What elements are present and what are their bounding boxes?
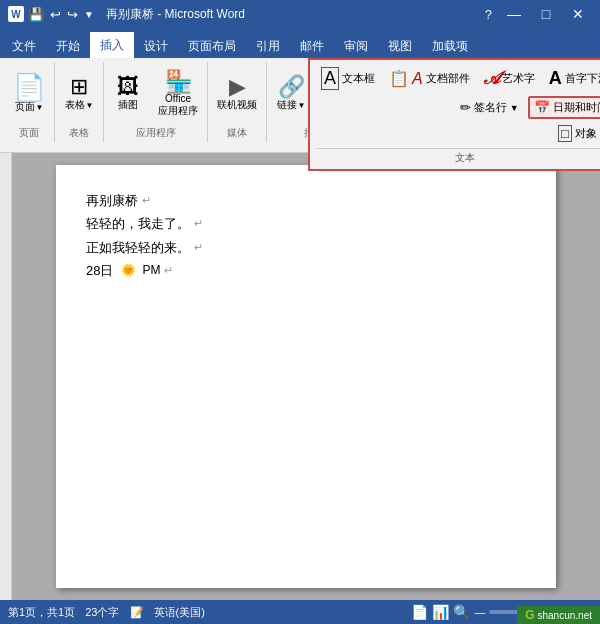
tab-review[interactable]: 审阅 (334, 34, 378, 58)
docparts-icon: 📋 (389, 69, 409, 88)
table-icon: ⊞ (70, 76, 88, 98)
signature-line-button[interactable]: ✏ 签名行 ▼ (455, 97, 524, 118)
link-icon: 🔗 (278, 76, 305, 98)
office-apps-label: Office应用程序 (158, 93, 198, 117)
group-table: ⊞ 表格 ▼ 表格 (55, 62, 104, 142)
text-dropdown-panel: A 文本框 📋 A 文档部件 𝒜 艺术字 A 首字下沉 (308, 58, 600, 171)
pages-group-label: 页面 (6, 124, 52, 142)
illustrations-group-label: 应用程序 (106, 124, 205, 142)
datetime-label: 日期和时间 (553, 100, 600, 115)
group-pages: 📄 页面 ▼ 页面 (4, 62, 55, 142)
tab-mailings[interactable]: 邮件 (290, 34, 334, 58)
para-mark-4: ↵ (164, 261, 173, 281)
language: 英语(美国) (154, 605, 205, 620)
para-mark-2: ↵ (194, 214, 203, 234)
wordart-icon: 𝒜 (484, 68, 499, 89)
pages-button[interactable]: 📄 页面 ▼ (6, 66, 52, 122)
dropcap-label: 首字下沉 (565, 71, 600, 86)
doc-line-1: 再别康桥 ↵ (86, 189, 526, 212)
doc-pm-text: PM (142, 260, 160, 282)
ribbon-tab-bar: 文件 开始 插入 设计 页面布局 引用 邮件 审阅 视图 加载项 (0, 28, 600, 58)
page-info: 第1页，共1页 (8, 605, 75, 620)
minimize-button[interactable]: — (500, 4, 528, 24)
document-area: 再别康桥 ↵ 轻轻的，我走了。 ↵ 正如我轻轻的来。 ↵ 28日 🌞 PM (12, 153, 600, 600)
status-bar: 第1页，共1页 23个字 📝 英语(美国) 📄 📊 🔍 — + 100% G s… (0, 600, 600, 624)
pages-label: 页面 ▼ (15, 100, 44, 114)
object-button[interactable]: □ 对象 ▼ (553, 122, 600, 145)
dropcap-button[interactable]: A 首字下沉 (544, 65, 600, 92)
view-icon-1[interactable]: 📄 (411, 604, 428, 620)
wordart-label: 艺术字 (502, 71, 535, 86)
watermark-text: shancun.net (538, 610, 593, 621)
title-bar-left: W 💾 ↩ ↪ ▼ 再别康桥 - Microsoft Word (8, 6, 245, 23)
document-content: 再别康桥 ↵ 轻轻的，我走了。 ↵ 正如我轻轻的来。 ↵ 28日 🌞 PM (86, 189, 526, 283)
online-video-label: 联机视频 (217, 98, 257, 112)
maximize-button[interactable]: □ (532, 4, 560, 24)
tab-home[interactable]: 开始 (46, 34, 90, 58)
doc-text-2: 轻轻的，我走了。 (86, 212, 190, 235)
docparts-label: 文档部件 (426, 71, 470, 86)
illustrations-icon: 🖼 (117, 76, 139, 98)
quick-dropdown[interactable]: ▼ (84, 9, 94, 20)
content-area: 再别康桥 ↵ 轻轻的，我走了。 ↵ 正如我轻轻的来。 ↵ 28日 🌞 PM (0, 153, 600, 600)
left-ruler (0, 153, 12, 600)
tab-layout[interactable]: 页面布局 (178, 34, 246, 58)
link-button[interactable]: 🔗 链接 ▼ (269, 66, 313, 122)
view-icon-2[interactable]: 📊 (432, 604, 449, 620)
object-icon: □ (558, 125, 572, 142)
tab-addins[interactable]: 加载项 (422, 34, 478, 58)
tab-file[interactable]: 文件 (2, 34, 46, 58)
tab-design[interactable]: 设计 (134, 34, 178, 58)
help-button[interactable]: ? (485, 7, 492, 22)
word-count: 23个字 (85, 605, 119, 620)
doc-text-4: 28日 (86, 259, 113, 282)
title-bar: W 💾 ↩ ↪ ▼ 再别康桥 - Microsoft Word ? — □ ✕ (0, 0, 600, 28)
window-title: 再别康桥 - Microsoft Word (106, 6, 245, 23)
media-group-label: 媒体 (210, 124, 264, 142)
para-mark-1: ↵ (142, 191, 151, 211)
illustrations-label: 插图 (118, 98, 138, 112)
quick-redo[interactable]: ↪ (67, 7, 78, 22)
para-mark-3: ↵ (194, 238, 203, 258)
tab-insert[interactable]: 插入 (90, 32, 134, 58)
online-video-button[interactable]: ▶ 联机视频 (210, 66, 264, 122)
ribbon-panel: 📄 页面 ▼ 页面 ⊞ 表格 ▼ 表格 (0, 58, 600, 153)
textbox-icon: A (321, 67, 339, 90)
quick-undo[interactable]: ↩ (50, 7, 61, 22)
quick-save[interactable]: 💾 (28, 7, 44, 22)
link-label: 链接 ▼ (277, 98, 306, 112)
datetime-icon: 📅 (534, 100, 550, 115)
wordart-button[interactable]: 𝒜 艺术字 (479, 65, 540, 92)
table-button[interactable]: ⊞ 表格 ▼ (57, 66, 101, 122)
online-video-icon: ▶ (229, 76, 246, 98)
text-dropdown-label: 文本 (316, 148, 600, 165)
app-window: W 💾 ↩ ↪ ▼ 再别康桥 - Microsoft Word ? — □ ✕ … (0, 0, 600, 624)
office-apps-button[interactable]: 🏪 Office应用程序 (151, 66, 205, 122)
doc-text-3: 正如我轻轻的来。 (86, 236, 190, 259)
illustrations-button[interactable]: 🖼 插图 (106, 66, 150, 122)
proof-icon[interactable]: 📝 (130, 606, 144, 619)
textbox-label: 文本框 (342, 71, 375, 86)
group-media: ▶ 联机视频 媒体 (208, 62, 267, 142)
docparts-a-icon: A (412, 70, 423, 88)
signature-label: 签名行 (474, 100, 507, 115)
datetime-button[interactable]: 📅 日期和时间 (528, 96, 600, 119)
docparts-button[interactable]: 📋 A 文档部件 (384, 66, 475, 91)
group-illustrations: 🖼 插图 🏪 Office应用程序 应用程序 (104, 62, 208, 142)
doc-line-4: 28日 🌞 PM ↵ (86, 259, 526, 282)
doc-text-1: 再别康桥 (86, 189, 138, 212)
document-page: 再别康桥 ↵ 轻轻的，我走了。 ↵ 正如我轻轻的来。 ↵ 28日 🌞 PM (56, 165, 556, 588)
textbox-button[interactable]: A 文本框 (316, 64, 380, 93)
pages-icon: 📄 (13, 74, 45, 100)
close-button[interactable]: ✕ (564, 4, 592, 24)
tab-references[interactable]: 引用 (246, 34, 290, 58)
tab-view[interactable]: 视图 (378, 34, 422, 58)
signature-arrow: ▼ (510, 103, 519, 113)
word-icon: W (8, 6, 24, 22)
status-left: 第1页，共1页 23个字 📝 英语(美国) (8, 605, 205, 620)
doc-line-3: 正如我轻轻的来。 ↵ (86, 236, 526, 259)
zoom-minus[interactable]: — (474, 606, 485, 618)
doc-line-2: 轻轻的，我走了。 ↵ (86, 212, 526, 235)
view-icon-3[interactable]: 🔍 (453, 604, 470, 620)
doc-sun-icon: 🌞 (121, 260, 136, 282)
